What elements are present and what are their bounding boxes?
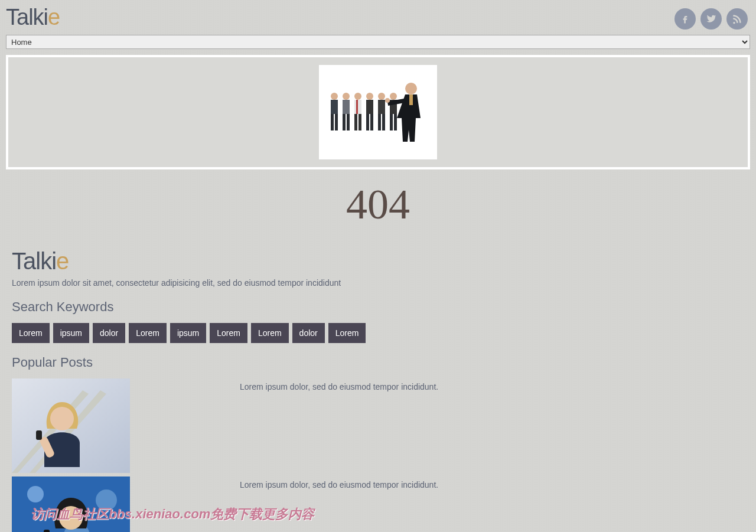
post-title[interactable]: Lorem ipsum dolor, sed do eiusmod tempor… (240, 476, 438, 489)
svg-rect-17 (370, 114, 373, 130)
tag-item[interactable]: dolor (93, 323, 125, 343)
svg-rect-16 (366, 114, 369, 130)
svg-point-26 (405, 83, 417, 94)
hero-image (319, 65, 437, 159)
nav-dropdown[interactable]: Home (6, 35, 750, 49)
footer-logo-part2: e (56, 248, 69, 274)
svg-point-40 (59, 506, 83, 530)
tag-item[interactable]: Lorem (12, 323, 50, 343)
popular-posts-heading: Popular Posts (12, 355, 744, 370)
svg-rect-8 (347, 114, 350, 130)
post-title[interactable]: Lorem ipsum dolor, sed do eiusmod tempor… (240, 378, 438, 391)
svg-rect-27 (409, 94, 413, 105)
svg-rect-24 (390, 114, 393, 130)
tag-item[interactable]: dolor (292, 323, 325, 343)
facebook-icon[interactable] (674, 8, 696, 30)
svg-rect-6 (343, 100, 350, 114)
footer-logo[interactable]: Talkie (12, 248, 744, 275)
svg-rect-4 (335, 114, 338, 130)
svg-point-37 (27, 486, 44, 502)
rss-icon[interactable] (726, 8, 748, 30)
svg-point-38 (96, 489, 117, 511)
twitter-icon[interactable] (700, 8, 722, 30)
tag-item[interactable]: Lorem (251, 323, 289, 343)
tag-item[interactable]: ipsum (170, 323, 206, 343)
hero-banner (6, 55, 750, 169)
svg-rect-15 (366, 100, 373, 114)
tag-item[interactable]: ipsum (53, 323, 89, 343)
page-content: Talkie Lorem ipsum dolor sit amet, conse… (0, 242, 756, 532)
site-header: Talkie (0, 0, 756, 35)
list-item: Lorem ipsum dolor, sed do eiusmod tempor… (12, 378, 744, 473)
post-thumbnail[interactable] (12, 378, 130, 473)
svg-rect-13 (359, 114, 361, 130)
tag-item[interactable]: Lorem (129, 323, 167, 343)
tag-item[interactable]: Lorem (210, 323, 247, 343)
svg-rect-25 (394, 114, 397, 130)
site-logo[interactable]: Talkie (6, 5, 60, 30)
svg-point-1 (331, 93, 338, 100)
footer-tagline: Lorem ipsum dolor sit amet, consectetur … (12, 278, 744, 288)
svg-rect-11 (356, 100, 358, 114)
main-nav: Home (6, 35, 750, 49)
svg-rect-35 (36, 430, 42, 440)
svg-rect-19 (378, 100, 385, 114)
search-keywords-heading: Search Keywords (12, 299, 744, 315)
post-thumbnail[interactable] (12, 476, 130, 532)
svg-rect-2 (331, 100, 338, 114)
svg-point-29 (385, 98, 390, 103)
svg-rect-3 (331, 114, 334, 130)
footer-logo-part1: Talki (12, 248, 56, 274)
logo-part1: Talki (6, 5, 48, 30)
svg-rect-12 (354, 114, 357, 130)
hero-inner (12, 61, 744, 164)
svg-rect-21 (382, 114, 385, 130)
svg-point-9 (354, 93, 361, 100)
svg-rect-7 (343, 114, 346, 130)
svg-point-5 (343, 93, 350, 100)
svg-rect-20 (378, 114, 381, 130)
tag-item[interactable]: Lorem (328, 323, 366, 343)
svg-point-22 (390, 93, 397, 100)
svg-rect-42 (44, 530, 50, 532)
social-links (674, 5, 750, 30)
list-item: Lorem ipsum dolor, sed do eiusmod tempor… (12, 476, 744, 532)
error-code: 404 (0, 169, 756, 242)
tag-list: Lorem ipsum dolor Lorem ipsum Lorem Lore… (12, 323, 744, 343)
svg-point-14 (366, 93, 373, 100)
svg-point-18 (378, 93, 385, 100)
logo-part2: e (48, 5, 60, 30)
svg-point-33 (50, 407, 74, 430)
popular-posts-list: Lorem ipsum dolor, sed do eiusmod tempor… (12, 378, 744, 532)
